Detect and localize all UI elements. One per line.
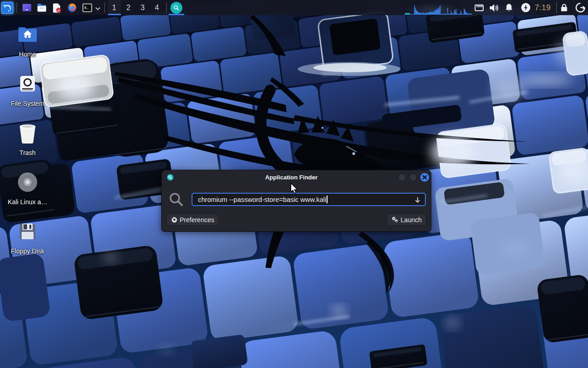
svg-text:$_: $_	[84, 5, 89, 9]
